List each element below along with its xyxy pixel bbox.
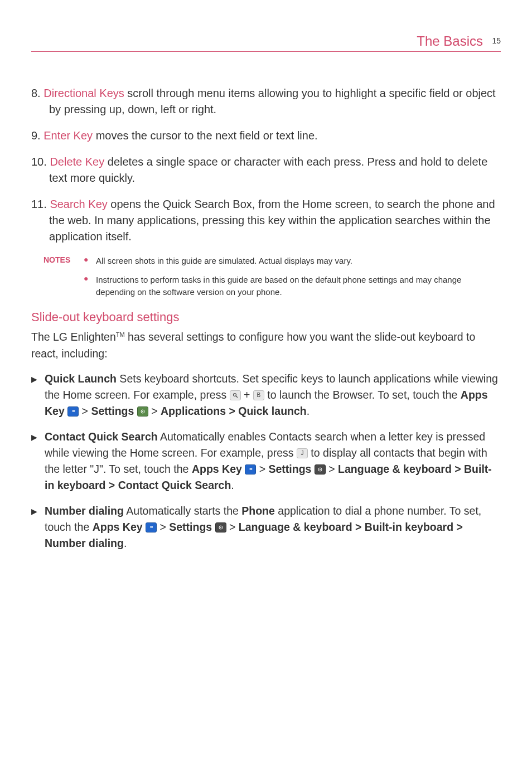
item-9-num: 9. — [31, 129, 41, 142]
b3-dot: . — [124, 537, 127, 549]
svg-line-1 — [236, 396, 238, 398]
b3-settings: Settings — [169, 521, 212, 533]
b2-gt1: > — [256, 463, 268, 475]
b2-dot: . — [231, 479, 234, 491]
apps-key-icon: ▪▪ — [245, 464, 256, 475]
b3-term: Number dialing — [45, 505, 124, 517]
svg-point-0 — [233, 393, 236, 396]
svg-point-7 — [220, 527, 221, 528]
b1-dot: . — [307, 405, 309, 417]
item-8-term: Directional Keys — [43, 87, 124, 99]
b1-t2: to launch the Browser. To set, touch the — [264, 389, 461, 401]
section-heading: Slide-out keyboard settings — [31, 310, 501, 325]
b-key-icon: B — [253, 390, 264, 400]
settings-icon — [137, 406, 148, 417]
settings-icon — [315, 464, 326, 475]
item-10: 10. Delete Key deletes a single space or… — [31, 154, 501, 186]
item-9: 9. Enter Key moves the cursor to the nex… — [31, 128, 501, 144]
triangle-icon: ▶ — [31, 429, 45, 494]
item-8-num: 8. — [31, 87, 41, 99]
item-11-text: opens the Quick Search Box, from the Hom… — [49, 198, 495, 243]
item-10-term: Delete Key — [50, 156, 104, 168]
item-11-term: Search Key — [50, 198, 107, 210]
section-intro: The LG EnlightenTM has several settings … — [31, 329, 501, 362]
apps-key-icon: ▪▪ — [67, 406, 79, 417]
item-11: 11. Search Key opens the Quick Search Bo… — [31, 196, 501, 245]
svg-point-5 — [320, 469, 321, 470]
bullet-icon: ● — [84, 255, 90, 267]
b2-apps: Apps Key — [192, 463, 242, 475]
item-8: 8. Directional Keys scroll through menu … — [31, 85, 501, 118]
b1-gt2: > — [148, 405, 161, 417]
b3-gt1: > — [157, 521, 169, 533]
bullet-number-dialing: ▶ Number dialing Automatically starts th… — [31, 503, 501, 552]
item-11-num: 11. — [31, 198, 47, 210]
bullet-icon: ● — [84, 274, 90, 298]
intro-tm: TM — [116, 331, 125, 338]
header-title: The Basics — [417, 33, 483, 49]
page-header: The Basics 15 — [31, 33, 501, 52]
note-1: All screen shots in this guide are simul… — [96, 255, 501, 267]
b2-settings: Settings — [269, 463, 312, 475]
intro-a: The LG Enlighten — [31, 331, 116, 343]
triangle-icon: ▶ — [31, 503, 45, 552]
b2-gt2: > — [326, 463, 338, 475]
page-number: 15 — [492, 36, 501, 45]
b3-gt2: > — [226, 521, 239, 533]
notes-label: NOTES — [43, 255, 70, 264]
notes-block: NOTES ● All screen shots in this guide a… — [43, 255, 501, 298]
b3-apps: Apps Key — [93, 521, 143, 533]
bullet-contact-quick-search: ▶ Contact Quick Search Automatically ena… — [31, 429, 501, 494]
svg-point-3 — [142, 411, 143, 412]
item-10-num: 10. — [31, 156, 47, 168]
item-10-text: deletes a single space or character with… — [49, 156, 487, 184]
settings-icon — [215, 522, 226, 532]
note-2: Instructions to perform tasks in this gu… — [96, 274, 501, 298]
item-9-term: Enter Key — [43, 129, 93, 142]
triangle-icon: ▶ — [31, 371, 45, 420]
bullet-quick-launch: ▶ Quick Launch Sets keyboard shortcuts. … — [31, 371, 501, 420]
search-key-icon — [230, 390, 241, 400]
b1-plus: + — [241, 389, 253, 401]
apps-key-icon: ▪▪ — [146, 522, 157, 532]
b1-settings: Settings — [91, 405, 134, 417]
b1-path: Applications > Quick launch — [161, 405, 307, 417]
b1-gt1: > — [79, 405, 91, 417]
j-key-icon: J — [297, 448, 308, 458]
b3-t1: Automatically starts the — [124, 505, 241, 517]
b3-phone: Phone — [241, 505, 275, 517]
b1-term: Quick Launch — [45, 372, 117, 385]
b2-term: Contact Quick Search — [45, 430, 158, 443]
item-9-text: moves the cursor to the next field or te… — [93, 129, 318, 142]
